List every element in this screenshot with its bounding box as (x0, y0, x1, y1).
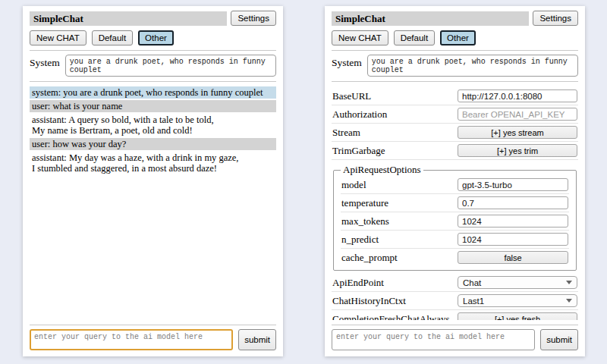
chat-message: user: how was your day? (30, 138, 276, 150)
settings-rows-bottom: ApiEndPoint Chat ChatHistoryInCtxt (332, 274, 578, 320)
toolbar-button[interactable]: Default (394, 30, 435, 46)
setting-toggle-button[interactable]: [+] yes stream (458, 126, 577, 139)
settings-button[interactable]: Settings (533, 11, 578, 26)
setting-label: Authorization (332, 108, 387, 121)
chat-message: assistant: A query so bold, with a tale … (30, 114, 276, 136)
toolbar-button[interactable]: Other (138, 30, 174, 46)
settings-panel: SimpleChat Settings New CHAT Default Oth… (325, 6, 585, 356)
setting-label: cache_prompt (341, 252, 398, 264)
settings-row: temperature (341, 194, 569, 212)
chat-message: assistant: My day was a haze, with a dri… (30, 152, 276, 174)
setting-label: TrimGarbage (332, 145, 385, 157)
setting-input[interactable] (458, 108, 577, 121)
query-footer: submit (30, 320, 276, 350)
query-row: submit (30, 329, 276, 350)
query-row: submit (332, 329, 578, 350)
system-prompt-row: System you are a drunk poet, who respond… (332, 55, 578, 77)
query-input[interactable] (30, 329, 233, 350)
titlebar: SimpleChat Settings (30, 11, 276, 26)
titlebar: SimpleChat Settings (332, 11, 578, 26)
divider (30, 325, 276, 325)
select-value: Chat (463, 278, 481, 287)
system-prompt-input[interactable]: you are a drunk poet, who responds in fu… (367, 55, 578, 77)
system-label: System (30, 55, 60, 69)
settings-row: max_tokens (341, 212, 569, 231)
chat-message-list: system: you are a drunk poet, who respon… (30, 86, 276, 320)
settings-rows-top: BaseURL Authorization Stream (332, 87, 578, 160)
fieldset-legend: ApiRequestOptions (341, 164, 423, 176)
setting-toggle-button[interactable]: false (458, 251, 568, 264)
api-request-options-fieldset: ApiRequestOptions model temperature (333, 164, 577, 271)
toolbar-button[interactable]: New CHAT (332, 30, 388, 46)
setting-input[interactable] (458, 196, 568, 209)
setting-toggle-button[interactable]: [+] yes trim (458, 144, 577, 157)
divider (30, 81, 276, 82)
setting-label: BaseURL (332, 90, 371, 102)
setting-label: Stream (332, 127, 360, 139)
setting-toggle-button[interactable]: [+] yes fresh (458, 312, 577, 320)
app-title: SimpleChat (30, 11, 227, 26)
setting-input[interactable] (458, 233, 568, 246)
setting-label: temperature (341, 197, 388, 209)
submit-button[interactable]: submit (238, 329, 276, 350)
chat-toolbar: New CHAT Default Other (30, 30, 276, 46)
settings-row: n_predict (341, 231, 569, 249)
setting-input[interactable] (458, 215, 568, 228)
chat-message: user: what is your name (30, 100, 276, 112)
app-title: SimpleChat (332, 11, 529, 26)
divider (332, 81, 578, 82)
settings-row: BaseURL (332, 87, 578, 105)
settings-row: cache_prompt false (341, 249, 569, 266)
submit-button[interactable]: submit (540, 329, 578, 350)
toolbar-button[interactable]: Default (92, 30, 133, 46)
settings-button[interactable]: Settings (231, 11, 276, 26)
chevron-down-icon (566, 299, 572, 303)
setting-select[interactable]: Chat (458, 276, 577, 289)
page: SimpleChat Settings New CHAT Default Oth… (0, 0, 607, 356)
setting-input[interactable] (458, 89, 577, 102)
setting-label: ChatHistoryInCtxt (332, 295, 406, 307)
settings-row: Authorization (332, 105, 578, 124)
chat-message: system: you are a drunk poet, who respon… (30, 86, 276, 99)
settings-row: ApiEndPoint Chat (332, 274, 578, 292)
toolbar-button[interactable]: Other (440, 30, 476, 46)
divider (332, 50, 578, 51)
query-footer: submit (332, 320, 578, 350)
system-label: System (332, 55, 362, 69)
toolbar-button[interactable]: New CHAT (30, 30, 86, 46)
settings-toolbar: New CHAT Default Other (332, 30, 578, 46)
system-prompt-row: System you are a drunk poet, who respond… (30, 55, 276, 77)
settings-form: BaseURL Authorization Stream (332, 87, 578, 320)
setting-label: model (341, 179, 366, 191)
system-prompt-input[interactable]: you are a drunk poet, who responds in fu… (65, 55, 276, 77)
query-input[interactable] (332, 329, 535, 350)
select-value: Last1 (463, 297, 484, 306)
settings-row: CompletionFreshChatAlways [+] yes fresh (332, 310, 578, 320)
settings-row: TrimGarbage [+] yes trim (332, 142, 578, 160)
setting-label: n_predict (341, 234, 379, 246)
settings-rows-fieldset: model temperature (341, 176, 569, 266)
settings-row: model (341, 176, 569, 194)
setting-label: max_tokens (341, 215, 389, 228)
setting-input[interactable] (458, 178, 568, 191)
setting-label: CompletionFreshChatAlways (332, 313, 450, 321)
settings-row: Stream [+] yes stream (332, 124, 578, 142)
setting-label: ApiEndPoint (332, 277, 384, 289)
chat-panel: SimpleChat Settings New CHAT Default Oth… (23, 6, 283, 356)
setting-select[interactable]: Last1 (458, 294, 577, 307)
divider (332, 325, 578, 325)
divider (30, 50, 276, 51)
settings-row: ChatHistoryInCtxt Last1 (332, 292, 578, 310)
chevron-down-icon (566, 281, 572, 284)
